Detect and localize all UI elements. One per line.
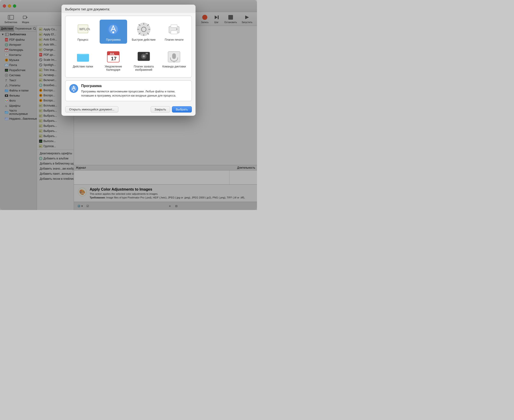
process-label: Процесс xyxy=(77,38,88,41)
modal-overlay: Выберите тип для документа: WFLOW Процес… xyxy=(0,0,257,210)
app-icon xyxy=(106,22,121,37)
print-label: Плагин печати xyxy=(165,38,183,41)
svg-rect-117 xyxy=(171,25,177,28)
svg-rect-118 xyxy=(171,31,177,34)
calendar-label: Уведомление Календаря xyxy=(101,65,126,71)
folder-icon xyxy=(76,49,90,64)
svg-text:JUL: JUL xyxy=(110,52,115,56)
svg-rect-132 xyxy=(172,53,176,59)
modal-title: Выберите тип для документа: xyxy=(61,5,196,13)
quickaction-icon xyxy=(136,22,151,37)
imagecapture-icon xyxy=(136,49,151,64)
close-button[interactable]: Закрыть xyxy=(151,106,170,112)
modal-item-folder[interactable]: Действие папки xyxy=(69,46,97,74)
modal-footer: Открыть имеющийся документ... Закрыть Вы… xyxy=(61,104,196,116)
svg-text:17: 17 xyxy=(111,56,116,61)
print-icon xyxy=(167,22,181,37)
svg-point-136 xyxy=(73,90,75,92)
modal-footer-right: Закрыть Выбрать xyxy=(151,106,192,112)
modal-desc-title: Программа xyxy=(81,84,188,88)
modal-desc-body: Программы являются автономными процессам… xyxy=(81,90,188,98)
modal-desc-text-area: Программа Программы являются автономными… xyxy=(81,84,188,98)
imagecapture-label: Плагин захвата изображений xyxy=(132,65,156,71)
modal-item-print[interactable]: Плагин печати xyxy=(160,20,188,44)
svg-rect-130 xyxy=(146,53,148,54)
quickaction-label: Быстрое действие xyxy=(132,38,156,41)
modal-item-quickaction[interactable]: Быстрое действие xyxy=(130,20,158,44)
folder-label: Действие папки xyxy=(73,65,93,68)
svg-point-129 xyxy=(143,55,145,57)
choose-button[interactable]: Выбрать xyxy=(172,106,192,112)
dictation-icon xyxy=(167,49,181,64)
modal-item-imagecapture[interactable]: Плагин захвата изображений xyxy=(130,46,158,74)
calendar-notification-icon: JUL 17 xyxy=(106,49,121,64)
document-type-modal: Выберите тип для документа: WFLOW Процес… xyxy=(61,5,196,116)
svg-text:WFLOW: WFLOW xyxy=(79,27,90,31)
main-window: Без названия Библиотека xyxy=(0,0,257,210)
modal-description: Программа Программы являются автономными… xyxy=(65,80,192,101)
open-existing-button[interactable]: Открыть имеющийся документ... xyxy=(65,106,118,112)
modal-item-process[interactable]: WFLOW Процесс xyxy=(69,20,97,44)
svg-point-119 xyxy=(176,28,177,30)
modal-desc-icon xyxy=(69,84,78,93)
modal-item-calendar[interactable]: JUL 17 Уведомление Календаря xyxy=(100,46,127,74)
dictation-label: Команда диктовки xyxy=(162,65,186,68)
app-label: Программа xyxy=(106,38,121,41)
process-icon: WFLOW xyxy=(76,22,90,37)
modal-item-dictation[interactable]: Команда диктовки xyxy=(160,46,188,74)
modal-item-app[interactable]: Программа xyxy=(100,20,127,44)
svg-point-113 xyxy=(112,31,114,33)
modal-type-grid: WFLOW Процесс xyxy=(65,16,192,78)
